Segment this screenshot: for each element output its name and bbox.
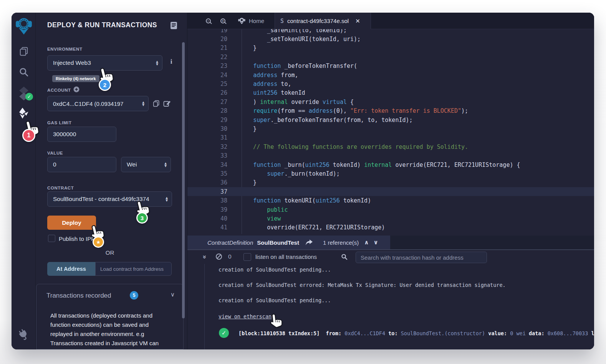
at-address-input[interactable] [95,262,172,276]
code-lines[interactable]: 19 _safeMint(to, tokenId);20 _setTokenUR… [187,26,594,232]
transactions-count-badge: 5 [130,291,138,300]
listen-transactions-label: listen on all transactions [255,254,317,260]
remix-ide-window: ✓ DEPLOY & RUN TRANSACTIONS [12,13,594,349]
solidity-file-icon: S [280,18,284,25]
transactions-recorded-card: Transactions recorded 5 ∨ All transactio… [36,284,184,349]
terminal-search-input[interactable] [356,252,487,263]
reference-count: 1 reference(s) [323,239,359,246]
panel-title: DEPLOY & RUN TRANSACTIONS [47,21,157,29]
step-badge-1: 1 [22,129,35,142]
plugin-manager-icon[interactable] [12,328,36,340]
close-tab-icon[interactable]: ✕ [355,18,360,25]
contract-label: CONTRACT [47,186,74,190]
listen-transactions-checkbox[interactable] [243,253,251,261]
value-unit-select[interactable]: Wei ▲▼ [121,157,171,172]
activity-bar: ✓ [12,13,36,349]
contract-select[interactable]: SoulBoundTest - contract-d49fc3374 ▲▼ [47,191,172,207]
reference-kind: ContractDefinition [207,239,253,246]
editor-region: 19 _safeMint(to, tokenId);20 _setTokenUR… [187,13,594,349]
select-arrows-icon: ▲▼ [164,162,167,167]
value-label: VALUE [47,151,63,155]
tx-row-text[interactable]: [block:11010538 txIndex:5] from: 0xdC4..… [238,330,594,336]
star-badge: ★ [93,236,104,248]
add-account-icon[interactable] [73,86,79,94]
tab-contract-file[interactable]: S contract-d49fc3374e.sol ✕ [275,13,371,29]
compile-success-badge: ✓ [25,93,33,100]
environment-info-icon[interactable]: i [167,58,176,66]
step-badge-2: 2 [99,79,111,91]
chevron-down-icon[interactable]: ∨ [374,239,378,246]
publish-ipfs-checkbox[interactable] [48,235,55,242]
deploy-run-icon[interactable] [12,107,36,119]
cursor-pointer-etherscan [268,313,283,331]
desktop-background: { "accent": { "orange_button": "#cb6c30"… [0,0,606,364]
terminal-body: creation of SoulBoundTest pending...crea… [187,264,594,349]
tx-success-icon: ✓ [219,328,229,338]
transactions-recorded-title: Transactions recorded [46,292,111,300]
select-arrows-icon: ▲▼ [156,60,158,66]
select-arrows-icon: ▲▼ [166,196,168,202]
reference-bar: ContractDefinition SoulBoundTest 1 refer… [187,236,594,249]
clear-terminal-icon[interactable] [216,254,222,260]
at-address-button[interactable]: At Address [47,262,95,276]
log-doc-icon[interactable] [170,21,177,31]
gas-limit-label: GAS LIMIT [47,120,72,125]
gas-limit-input[interactable]: 3000000 [47,127,116,142]
network-badge: Rinkeby (4) network [52,75,99,82]
zoom-out-icon[interactable]: − [206,18,211,25]
view-on-etherscan-link[interactable]: view on etherscan [219,313,272,320]
sign-message-pencil-icon[interactable] [163,100,171,109]
reference-name: SoulBoundTest [257,239,299,246]
search-icon[interactable] [341,254,348,262]
panel-scrollbar[interactable] [182,42,185,318]
tab-home[interactable]: Home [233,13,270,29]
account-select[interactable]: 0xdC4...C1DF4 (0.0934197 ▲▼ [47,96,149,111]
remix-logo-icon [12,17,36,35]
or-divider: OR [94,249,125,256]
value-input[interactable]: 0 [47,157,116,172]
zoom-in-icon[interactable]: + [220,18,225,25]
file-explorer-icon[interactable] [12,46,36,56]
search-icon[interactable] [12,67,36,77]
copy-account-icon[interactable] [152,99,160,109]
goto-reference-arrow-icon[interactable] [305,239,313,245]
account-label: ACCOUNT [47,88,71,92]
editor-tab-bar: − + Home S contract-d49fc3374e.sol ✕ [187,13,594,29]
environment-label: ENVIRONMENT [47,47,83,51]
terminal-header: » 0 listen on all transactions [187,249,594,264]
select-arrows-icon: ▲▼ [142,101,144,106]
step-badge-3: 3 [136,212,148,224]
chevron-up-icon[interactable]: ∧ [364,239,369,246]
transactions-description: All transactions (deployed contracts and… [50,311,170,348]
terminal-count: 0 [228,253,232,260]
chevron-down-icon[interactable]: ∨ [171,291,175,298]
expand-terminal-icon[interactable]: » [201,255,209,259]
remix-mini-logo-icon [238,17,245,25]
terminal-gutter [204,264,205,349]
